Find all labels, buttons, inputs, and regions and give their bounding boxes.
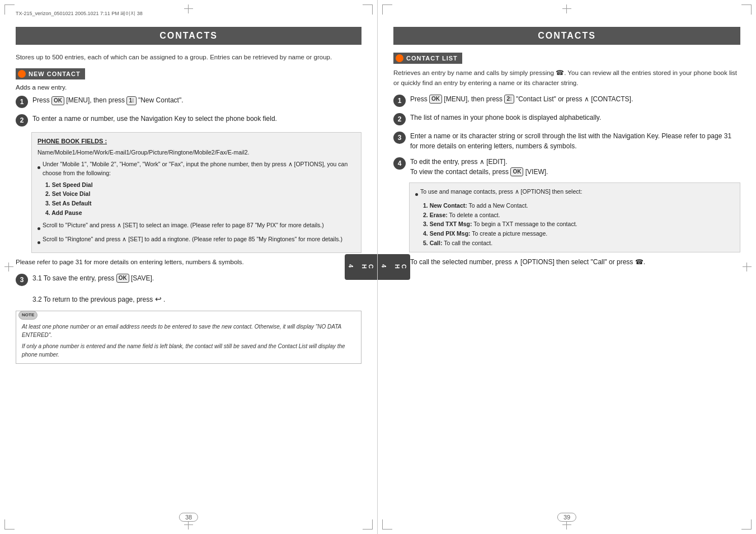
right-intro: Retrieves an entry by name and calls by …	[393, 68, 740, 88]
bullet-text-1: Under "Mobile 1", "Mobile 2", "Home", "W…	[43, 160, 355, 178]
r-step-1-content: Press OK [MENU], then press 2⃞ "Contact …	[410, 94, 740, 104]
r-item-4-label: 4. Send PIX Msg:	[423, 230, 471, 237]
phone-book-fields-box: PHONE BOOK FIELDS : Name/Mobile1/Home/Wo…	[31, 132, 361, 254]
adds-new-entry: Adds a new entry.	[16, 84, 361, 91]
ch-tab-right: CH4	[378, 254, 410, 280]
ok-btn-1: OK	[51, 96, 64, 105]
r-info-intro-text: To use and manage contacts, press ∧ [OPT…	[420, 187, 734, 196]
r-step-3-content: Enter a name or its character string or …	[410, 131, 740, 151]
corner-tl	[4, 4, 15, 15]
r-step-1: 1 Press OK [MENU], then press 2⃞ "Contac…	[393, 94, 740, 107]
r-step-4: 4 To edit the entry, press ∧ [EDIT]. To …	[393, 157, 740, 177]
r-step-5-content: To call the selected number, press ∧ [OP…	[410, 257, 740, 267]
right-page: CH4 CONTACTS CONTACT LIST Retrieves an e…	[378, 0, 756, 534]
new-contact-section-header: NEW CONTACT	[16, 68, 85, 79]
crosshair-right-right	[743, 263, 752, 271]
bullet-dot-1	[37, 166, 40, 169]
r-step-num-2: 2	[393, 113, 406, 125]
crosshair-bottom-right	[562, 521, 571, 530]
ok-btn-3: OK	[116, 274, 129, 283]
bullet-text-3: Scroll to "Ringtone" and press ∧ [SET] t…	[43, 235, 355, 243]
r-item-5: 5. Call: To call the contact.	[423, 238, 734, 248]
option-3: 3. Set As Default	[45, 199, 355, 208]
phone-book-fields-line1: Name/Mobile1/Home/Work/E-mail1/Group/Pic…	[37, 148, 355, 157]
option-2: 2. Set Voice Dial	[45, 189, 355, 199]
r-item-3: 3. Send TXT Msg: To begin a TXT message …	[423, 219, 734, 229]
step-3: 3 3.1 To save the entry, press OK [SAVE]…	[16, 273, 361, 305]
step-3-content: 3.1 To save the entry, press OK [SAVE]. …	[32, 273, 361, 305]
r-step-2-content: The list of names in your phone book is …	[410, 113, 740, 123]
corner-tr-r	[741, 4, 752, 15]
bullet-item-1: Under "Mobile 1", "Mobile 2", "Home", "W…	[37, 160, 355, 178]
r-info-intro: To use and manage contacts, press ∧ [OPT…	[415, 187, 734, 199]
corner-br-r	[741, 519, 752, 530]
left-page-num: 38	[179, 513, 198, 522]
r-step-3: 3 Enter a name or its character string o…	[393, 131, 740, 151]
corner-bl	[4, 519, 15, 530]
corner-bl-r	[382, 519, 392, 530]
corner-tl-r	[382, 4, 392, 15]
bullet-dot-2	[37, 227, 40, 230]
crosshair-top-right	[562, 4, 571, 13]
options-list: 1. Set Speed Dial 2. Set Voice Dial 3. S…	[45, 180, 355, 218]
left-page-title: CONTACTS	[16, 27, 361, 45]
r-ok-btn-4: OK	[510, 167, 523, 176]
bullet-item-2: Scroll to "Picture" and press ∧ [SET] to…	[37, 221, 355, 232]
note-line2: If only a phone number is entered and th…	[22, 342, 355, 359]
ch-tab-left: CH4	[345, 254, 377, 280]
step-1: 1 Press OK [MENU], then press 1⃞ "New Co…	[16, 95, 361, 108]
option-1: 1. Set Speed Dial	[45, 180, 355, 190]
step-2-content: To enter a name or number, use the Navig…	[32, 114, 361, 124]
r-item-5-label: 5. Call:	[423, 240, 442, 246]
refer-text: Please refer to page 31 for more details…	[16, 257, 361, 267]
crosshair-bottom-left	[184, 521, 193, 530]
crosshair-top-left	[184, 4, 193, 13]
bullet-text-2: Scroll to "Picture" and press ∧ [SET] to…	[43, 221, 355, 229]
contact-list-label: CONTACT LIST	[406, 55, 458, 62]
note-box: NOTE At least one phone number or an ema…	[16, 311, 361, 364]
new-contact-label: NEW CONTACT	[29, 71, 81, 77]
r-item-4: 4. Send PIX Msg: To create a picture mes…	[423, 229, 734, 238]
r-item-3-label: 3. Send TXT Msg:	[423, 221, 472, 227]
r-options-list: 1. New Contact: To add a New Contact. 2.…	[423, 201, 734, 248]
r-info-box: To use and manage contacts, press ∧ [OPT…	[409, 182, 740, 252]
step-1-content: Press OK [MENU], then press 1⃞ "New Cont…	[32, 95, 361, 105]
r-item-2-label: 2. Erase:	[423, 212, 448, 218]
r-step-4-content: To edit the entry, press ∧ [EDIT]. To vi…	[410, 157, 740, 177]
right-page-title: CONTACTS	[393, 27, 740, 45]
r-step-num-1: 1	[393, 95, 406, 107]
meta-line: TX-215_verizon_0501021 2005.1021 7:11 PM…	[16, 10, 143, 17]
phone-book-fields-title: PHONE BOOK FIELDS :	[37, 137, 355, 146]
corner-br	[363, 519, 373, 530]
r-bullet-dot-1	[415, 193, 418, 196]
r-item-1-label: 1. New Contact:	[423, 202, 467, 209]
bullet-item-3: Scroll to "Ringtone" and press ∧ [SET] t…	[37, 235, 355, 246]
note-label: NOTE	[18, 311, 37, 320]
step-num-3: 3	[16, 274, 28, 286]
r-item-2: 2. Erase: To delete a contact.	[423, 210, 734, 220]
r-step-num-4: 4	[393, 157, 406, 170]
r-item-1: 1. New Contact: To add a New Contact.	[423, 201, 734, 210]
left-page: TX-215_verizon_0501021 2005.1021 7:11 PM…	[0, 0, 378, 534]
r-ok-btn-1: OK	[429, 95, 442, 104]
step-num-1: 1	[16, 96, 28, 108]
orange-bullet-r	[396, 54, 403, 62]
back-btn-icon: ↩	[155, 294, 162, 303]
r-step-5: 5 To call the selected number, press ∧ […	[393, 257, 740, 270]
crosshair-left-left	[4, 263, 13, 271]
step-num-2: 2	[16, 114, 28, 127]
orange-bullet	[18, 70, 26, 78]
r-step-num-3: 3	[393, 132, 406, 144]
step-2: 2 To enter a name or number, use the Nav…	[16, 114, 361, 127]
left-intro: Stores up to 500 entries, each of which …	[16, 53, 361, 63]
r-step-2: 2 The list of names in your phone book i…	[393, 113, 740, 125]
bullet-dot-3	[37, 241, 40, 244]
note-line1: At least one phone number or an email ad…	[22, 322, 355, 339]
r-menu-btn-1: 2⃞	[504, 95, 514, 104]
contact-list-section-header: CONTACT LIST	[393, 53, 462, 64]
corner-tr	[363, 4, 373, 15]
note-content: At least one phone number or an email ad…	[22, 322, 355, 359]
option-4: 4. Add Pause	[45, 208, 355, 218]
menu-btn-1: 1⃞	[126, 96, 136, 105]
right-page-num: 39	[557, 513, 576, 522]
